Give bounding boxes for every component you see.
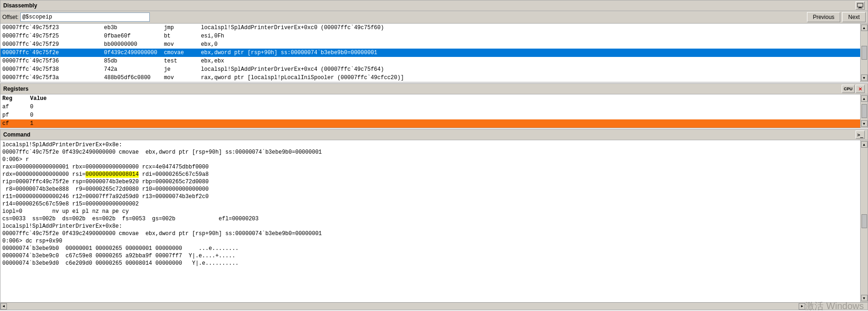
command-terminal-btn[interactable]: >_	[856, 131, 865, 139]
asm-bytes: 742a	[104, 65, 164, 74]
table-row[interactable]: 00007ffc`49c75f29 bb00000000 mov ebx,0	[0, 40, 860, 49]
next-button[interactable]: Next	[842, 12, 866, 22]
scroll-down-arrow[interactable]: ▼	[861, 75, 868, 81]
disassembly-rows: 00007ffc`49c75f23 eb3b jmp localspl!SplA…	[0, 24, 860, 82]
asm-operands: esi,0Fh	[201, 32, 858, 40]
offset-input[interactable]	[20, 12, 150, 22]
reg-scroll-thumb[interactable]	[862, 104, 867, 118]
command-line: iopl=0 nv up ei pl nz na pe cy	[2, 208, 858, 215]
asm-mnemonic: jmp	[164, 24, 201, 32]
asm-bytes: 0f439c2490000000	[104, 49, 164, 57]
table-row[interactable]: 00007ffc`49c75f2e 0f439c2490000000 cmova…	[0, 49, 860, 57]
disassembly-scrollbar[interactable]: ▲ ▼	[860, 24, 868, 82]
watermark-text: 激活 Windows	[805, 300, 864, 311]
previous-button[interactable]: Previous	[807, 12, 841, 22]
svg-rect-1	[859, 7, 862, 8]
asm-operands: localspl!SplAddPrinterDriverEx+0xc4 (000…	[201, 65, 858, 74]
command-line: localspl!SplAddPrinterDriverEx+0x8e:	[2, 141, 858, 149]
table-row[interactable]: 00007ffc`49c75f3a 488b05df6c0800 mov rax…	[0, 74, 860, 82]
reg-value: 0	[30, 103, 858, 111]
disassembly-header: Disassembly	[0, 0, 868, 11]
h-scroll-left[interactable]: ◄	[0, 303, 7, 310]
asm-mnemonic: cmovae	[164, 49, 201, 57]
asm-addr: 00007ffc`49c75f25	[2, 32, 104, 40]
list-item[interactable]: af0	[0, 103, 860, 111]
reg-scroll-down[interactable]: ▼	[861, 120, 868, 127]
asm-addr: 00007ffc`49c75f29	[2, 40, 104, 49]
highlighted-value: 0000000000008014	[86, 171, 139, 178]
command-title: Command	[3, 131, 31, 138]
table-row[interactable]: 00007ffc`49c75f25 0fbae60f bt esi,0Fh	[0, 32, 860, 40]
h-scroll-track	[7, 304, 799, 309]
asm-bytes: 488b05df6c0800	[104, 74, 164, 82]
command-panel: Command >_ localspl!SplAddPrinterDriverE…	[0, 129, 868, 310]
reg-name: cf	[2, 119, 30, 128]
registers-title: Registers	[3, 86, 29, 92]
registers-col-header: Reg Value	[0, 94, 860, 103]
asm-addr: 00007ffc`49c75f3a	[2, 74, 104, 82]
asm-addr: 00007ffc`49c75f23	[2, 24, 104, 32]
reg-value: 1	[30, 119, 858, 128]
asm-bytes: bb00000000	[104, 40, 164, 49]
col-reg: Reg	[2, 94, 30, 103]
command-line: 00000074`b3ebe9b0 00000001 00000265 0000…	[2, 245, 858, 252]
scroll-thumb[interactable]	[862, 46, 867, 60]
svg-rect-2	[858, 8, 862, 8]
list-item[interactable]: pf0	[0, 111, 860, 119]
disassembly-title: Disassembly	[3, 2, 37, 9]
command-line: localspl!SplAddPrinterDriverEx+0x8e:	[2, 223, 858, 230]
asm-mnemonic: je	[164, 65, 201, 74]
command-line: r11=0000000000000246 r12=00007ff7a92d59d…	[2, 193, 858, 200]
asm-mnemonic: bt	[164, 32, 201, 40]
asm-bytes: eb3b	[104, 24, 164, 32]
scroll-up-arrow[interactable]: ▲	[861, 25, 868, 31]
monitor-icon	[857, 3, 863, 8]
disassembly-panel: Disassembly Offset: Previous Next 00007f…	[0, 0, 868, 82]
disassembly-header-controls	[856, 1, 865, 10]
command-scrollbar[interactable]: ▲ ▼	[860, 140, 868, 302]
command-line: 00007ffc`49c75f2e 0f439c2490000000 cmova…	[2, 230, 858, 237]
offset-label: Offset:	[2, 14, 18, 20]
asm-operands: ebx,dword ptr [rsp+90h] ss:00000074`b3eb…	[201, 49, 858, 57]
command-line: 00000074`b3ebe9c0 c67c59e8 00000265 a92b…	[2, 252, 858, 260]
table-row[interactable]: 00007ffc`49c75f38 742a je localspl!SplAd…	[0, 65, 860, 74]
reg-scroll-up[interactable]: ▲	[861, 95, 868, 102]
command-line: 0:006> dc rsp+0x90	[2, 237, 858, 245]
cmd-scroll-up[interactable]: ▲	[861, 141, 868, 148]
command-content-wrapper: localspl!SplAddPrinterDriverEx+0x8e:0000…	[0, 140, 868, 302]
asm-operands: localspl!SplAddPrinterDriverEx+0xc0 (000…	[201, 24, 858, 32]
asm-addr: 00007ffc`49c75f38	[2, 65, 104, 74]
command-hscrollbar[interactable]: ◄ ► 激活 Windows	[0, 302, 868, 310]
registers-rows: Reg Value af0pf0cf1	[0, 94, 860, 128]
command-line: rip=00007ffc49c75f2e rsp=00000074b3ebe92…	[2, 178, 858, 186]
col-value: Value	[30, 94, 858, 103]
registers-header: Registers CPU ✕	[0, 84, 868, 94]
asm-bytes: 0fbae60f	[104, 32, 164, 40]
registers-controls: CPU ✕	[842, 85, 865, 93]
command-line: rdx=0000000000000000 rsi=000000000000801…	[2, 171, 858, 178]
registers-close-btn[interactable]: ✕	[856, 85, 865, 93]
list-item[interactable]: cf1	[0, 119, 860, 128]
table-row[interactable]: 00007ffc`49c75f23 eb3b jmp localspl!SplA…	[0, 24, 860, 32]
asm-mnemonic: test	[164, 57, 201, 65]
disassembly-toolbar: Offset: Previous Next	[0, 11, 868, 24]
cpu-icon-btn[interactable]: CPU	[842, 85, 855, 93]
command-text[interactable]: localspl!SplAddPrinterDriverEx+0x8e:0000…	[0, 140, 860, 302]
cmd-scroll-thumb[interactable]	[862, 214, 867, 228]
asm-addr: 00007ffc`49c75f2e	[2, 49, 104, 57]
registers-panel: Registers CPU ✕ Reg Value af0pf0cf1 ▲ ▼	[0, 83, 868, 128]
table-row[interactable]: 00007ffc`49c75f36 85db test ebx,ebx	[0, 57, 860, 65]
svg-rect-0	[857, 3, 863, 7]
disassembly-icon-btn[interactable]	[856, 1, 865, 10]
h-scroll-right[interactable]: ►	[799, 303, 805, 310]
command-line: 0:006> r	[2, 156, 858, 163]
registers-scrollbar[interactable]: ▲ ▼	[860, 94, 868, 128]
command-line: cs=0033 ss=002b ds=002b es=002b fs=0053 …	[2, 215, 858, 223]
command-line: rax=0000000000000001 rbx=000000000000000…	[2, 163, 858, 171]
reg-name: pf	[2, 111, 30, 119]
asm-operands: ebx,ebx	[201, 57, 858, 65]
asm-mnemonic: mov	[164, 74, 201, 82]
disassembly-content-wrapper: 00007ffc`49c75f23 eb3b jmp localspl!SplA…	[0, 24, 868, 82]
asm-mnemonic: mov	[164, 40, 201, 49]
command-line: 00000074`b3ebe9d0 c6e209d0 00000265 0000…	[2, 260, 858, 267]
